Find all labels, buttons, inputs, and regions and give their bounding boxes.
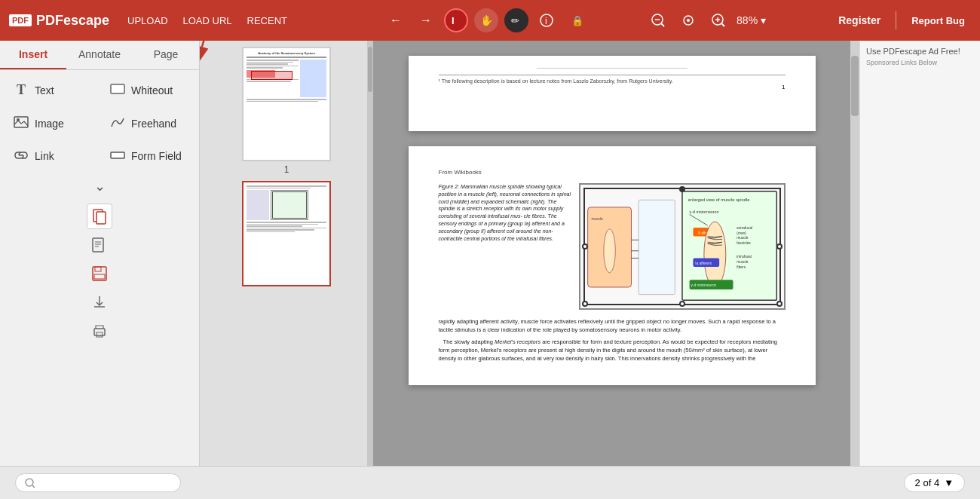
info-button[interactable]: i — [534, 8, 559, 32]
page-num-1: 1 — [439, 84, 786, 90]
thumb-scrollbar-thumb — [368, 47, 372, 92]
svg-text:i: i — [545, 16, 547, 26]
whiteout-icon — [110, 84, 125, 97]
handle-middle-left[interactable] — [582, 243, 588, 250]
page-nav-text: 2 of 4 — [915, 477, 940, 488]
svg-point-59 — [26, 479, 33, 486]
tab-page[interactable]: Page — [133, 41, 199, 69]
search-icon — [25, 478, 35, 488]
svg-line-32 — [202, 41, 236, 47]
thumb-img-1: Anatomy of the Somatosensory System — [242, 47, 331, 161]
report-bug-button[interactable]: Report Bug — [905, 15, 971, 26]
handle-middle-bottom[interactable] — [679, 301, 685, 307]
thumbnail-page-2[interactable] — [206, 181, 367, 286]
page2-wikibooks: From Wikibooks — [439, 169, 786, 176]
download-icon[interactable] — [87, 289, 112, 315]
right-ad-panel: Use PDFescape Ad Free! Sponsored Links B… — [859, 41, 980, 466]
pdf-page-1: ¹ The following description is based on … — [409, 56, 816, 131]
insert-whiteout[interactable]: Whiteout — [100, 73, 196, 107]
insert-freehand-label: Freehand — [131, 118, 176, 130]
image-icon — [14, 116, 29, 131]
handle-top[interactable] — [679, 186, 685, 192]
tab-annotate[interactable]: Annotate — [66, 41, 133, 69]
save-icon[interactable] — [87, 261, 112, 286]
insert-text-label: Text — [35, 84, 54, 96]
form-field-icon — [110, 149, 125, 163]
ad-text: Use PDFescape Ad Free! — [866, 47, 974, 56]
sidebar-icon-panel — [0, 197, 199, 350]
insert-freehand[interactable]: Freehand — [100, 107, 196, 140]
redo-button[interactable]: → — [414, 8, 438, 32]
zoom-out-button[interactable] — [646, 8, 670, 32]
figure-image[interactable]: enlarged view of muscle spindle muscle — [579, 183, 786, 310]
svg-line-60 — [32, 485, 35, 488]
left-sidebar: Insert Annotate Page T Text Whiteout — [0, 41, 200, 466]
page-nav-chevron: ▼ — [944, 477, 954, 488]
insert-whiteout-label: Whiteout — [131, 84, 173, 96]
svg-line-8 — [661, 23, 664, 26]
toolbar-center: ← → I ✋ ✏ i 🔒 88% ▾ — [317, 8, 832, 32]
svg-line-14 — [721, 23, 724, 26]
bottom-bar: 2 of 4 ▼ — [0, 466, 980, 499]
thumbnail-page-1[interactable]: Anatomy of the Somatosensory System — [206, 47, 367, 175]
svg-text:I: I — [452, 15, 455, 26]
recent-link[interactable]: RECENT — [247, 15, 287, 26]
insert-text[interactable]: T Text — [3, 73, 100, 107]
handle-middle-right[interactable] — [776, 243, 782, 250]
svg-rect-30 — [96, 332, 103, 337]
logo-icon: PDF — [9, 14, 32, 26]
insert-form-field[interactable]: Form Field — [100, 140, 196, 172]
svg-rect-22 — [93, 238, 103, 252]
zoom-in-button[interactable] — [706, 8, 730, 32]
thumb-scrollbar[interactable] — [367, 41, 373, 466]
lock-button[interactable]: 🔒 — [565, 8, 589, 32]
thumb-img-2 — [242, 181, 331, 286]
bookmark-icon[interactable] — [87, 232, 112, 258]
svg-text:✏: ✏ — [511, 15, 519, 26]
pdf-page-2: From Wikibooks Figure 2: Mammalian muscl… — [409, 146, 816, 385]
main-area: Insert Annotate Page T Text Whiteout — [0, 41, 980, 466]
insert-image-label: Image — [35, 118, 64, 130]
main-scrollbar[interactable] — [850, 41, 859, 466]
print-icon[interactable] — [87, 318, 112, 344]
search-box[interactable] — [15, 473, 181, 492]
svg-point-10 — [687, 19, 690, 22]
thumbnail-panel: Anatomy of the Somatosensory System — [200, 41, 373, 466]
register-button[interactable]: Register — [832, 14, 887, 26]
nav-right: Register Report Bug — [832, 11, 971, 29]
svg-rect-15 — [111, 84, 124, 93]
zoom-display[interactable]: 88% ▾ — [737, 14, 766, 26]
zoom-reset-button[interactable] — [676, 8, 700, 32]
insert-image[interactable]: Image — [3, 107, 100, 140]
page-footnote: ¹ The following description is based on … — [439, 75, 786, 84]
undo-button[interactable]: ← — [384, 8, 408, 32]
handle-bottom-right[interactable] — [776, 301, 782, 307]
upload-link[interactable]: UPLOAD — [127, 15, 167, 26]
svg-text:🔒: 🔒 — [571, 14, 583, 27]
load-url-link[interactable]: LOAD URL — [183, 15, 232, 26]
text-cursor-tool[interactable]: I — [444, 8, 468, 32]
svg-point-17 — [17, 118, 20, 121]
pencil-tool[interactable]: ✏ — [504, 8, 528, 32]
tab-insert[interactable]: Insert — [0, 41, 66, 69]
svg-text:✋: ✋ — [480, 14, 493, 27]
app-logo[interactable]: PDF PDFescape — [9, 13, 109, 29]
selection-box — [583, 188, 781, 305]
ad-subtext: Sponsored Links Below — [866, 59, 974, 66]
svg-rect-19 — [111, 152, 124, 158]
hand-tool[interactable]: ✋ — [474, 8, 498, 32]
nav-divider — [896, 11, 896, 29]
svg-rect-28 — [94, 274, 105, 279]
svg-rect-27 — [95, 267, 101, 271]
page-nav-control[interactable]: 2 of 4 ▼ — [904, 473, 965, 492]
link-icon — [14, 149, 29, 163]
pdf-viewer[interactable]: ¹ The following description is based on … — [373, 41, 850, 466]
handle-bottom-left[interactable] — [582, 301, 588, 307]
search-input[interactable] — [41, 477, 171, 488]
pages-view-icon[interactable] — [87, 204, 112, 229]
scrollbar-thumb — [851, 56, 859, 116]
expand-arrow[interactable]: ⌄ — [0, 175, 199, 197]
insert-link[interactable]: Link — [3, 140, 100, 172]
svg-rect-21 — [96, 212, 106, 224]
insert-form-field-label: Form Field — [131, 150, 182, 162]
